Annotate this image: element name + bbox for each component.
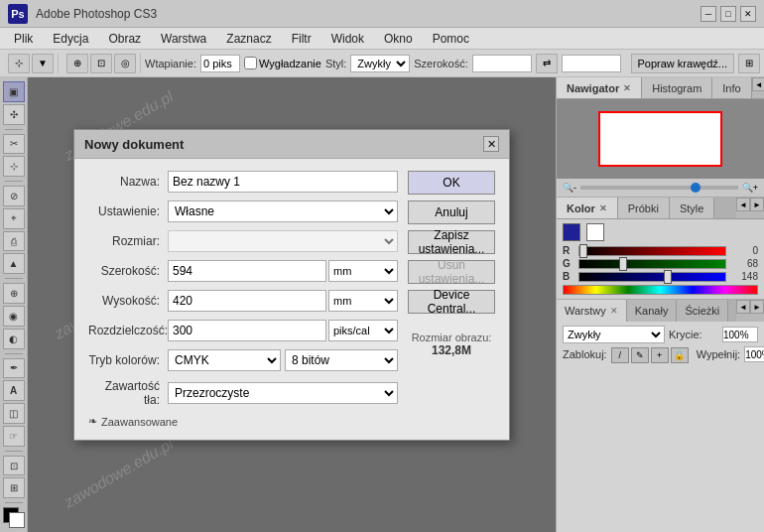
- nazwa-input[interactable]: [168, 171, 398, 193]
- toolbar-exchange-btn[interactable]: ⇄: [536, 54, 558, 73]
- toolbar-copy-btn[interactable]: ⊕: [66, 54, 88, 73]
- styl-select[interactable]: Zwykły: [350, 55, 410, 72]
- tryb-kolorow-select[interactable]: CMYK: [168, 349, 281, 371]
- rozdzielczosc-unit-select[interactable]: piks/cal: [328, 320, 398, 341]
- kolor-tab-close[interactable]: ✕: [599, 203, 607, 213]
- szerokosc-toolbar-input[interactable]: [472, 55, 532, 72]
- menu-zaznacz[interactable]: Zaznacz: [218, 30, 279, 48]
- tool-select[interactable]: ▣: [3, 81, 25, 102]
- channel-b-thumb[interactable]: [664, 270, 672, 284]
- minimize-button[interactable]: ─: [700, 6, 716, 22]
- toolbar-options-btn[interactable]: ▼: [32, 54, 54, 73]
- tool-eyedropper[interactable]: ⊡: [3, 456, 25, 476]
- zoom-in-icon[interactable]: 🔍+: [742, 183, 758, 193]
- menu-plik[interactable]: Plik: [6, 30, 41, 48]
- popraw-krawedzi-btn[interactable]: Popraw krawędź...: [631, 54, 734, 73]
- tab-info[interactable]: Info: [712, 77, 751, 98]
- zoom-out-icon[interactable]: 🔍-: [563, 183, 576, 193]
- menu-okno[interactable]: Okno: [376, 30, 421, 48]
- tool-crop[interactable]: ⊹: [3, 156, 25, 177]
- menu-obraz[interactable]: Obraz: [100, 30, 149, 48]
- tool-move[interactable]: ✣: [3, 104, 25, 125]
- zoom-slider[interactable]: [580, 186, 738, 190]
- close-button[interactable]: ✕: [740, 6, 756, 22]
- tool-stamp[interactable]: ⎙: [3, 231, 25, 252]
- tool-dodge[interactable]: ◐: [3, 329, 25, 349]
- zawartosc-tla-select[interactable]: Przezroczyste: [168, 382, 398, 404]
- wypelnij-input[interactable]: [744, 346, 764, 362]
- tab-nawigator[interactable]: Nawigator ✕: [557, 77, 642, 98]
- wysokosc-unit-select[interactable]: mm: [328, 290, 398, 312]
- channel-b-bar[interactable]: [578, 272, 726, 282]
- lock-all-btn[interactable]: 🔒: [671, 347, 689, 363]
- menu-pomoc[interactable]: Pomoc: [425, 30, 477, 48]
- layers-scroll-left[interactable]: ◄: [736, 300, 750, 314]
- tool-3d[interactable]: ⊞: [3, 477, 25, 498]
- tab-kolor[interactable]: Kolor ✕: [557, 198, 618, 218]
- dialog-close-button[interactable]: ✕: [483, 136, 499, 152]
- wygladznie-checkbox[interactable]: [244, 57, 257, 69]
- tab-warstwy[interactable]: Warstwy ✕: [557, 300, 627, 322]
- toolbar-paste-btn[interactable]: ⊡: [90, 54, 112, 73]
- channel-g-thumb[interactable]: [619, 257, 627, 271]
- tab-histogram[interactable]: Histogram: [642, 77, 712, 98]
- advanced-row[interactable]: ❧ Zaawansowane: [88, 415, 398, 428]
- layers-scroll-right[interactable]: ►: [750, 300, 764, 314]
- tool-eraser[interactable]: ⊕: [3, 283, 25, 304]
- ustawienie-select[interactable]: Własne: [168, 200, 398, 222]
- device-central-button[interactable]: Device Central...: [408, 290, 495, 314]
- zapisz-button[interactable]: Zapisz ustawienia...: [408, 230, 495, 254]
- tab-probki[interactable]: Próbki: [618, 198, 670, 218]
- szerokosc-input[interactable]: [168, 260, 326, 282]
- toolbar-mode-btn[interactable]: ⊹: [8, 54, 30, 73]
- background-swatch[interactable]: [586, 223, 604, 241]
- tool-history[interactable]: ▲: [3, 253, 25, 274]
- channel-g-bar[interactable]: [578, 259, 726, 269]
- ok-button[interactable]: OK: [408, 171, 495, 195]
- toolbar-extra2-btn[interactable]: ⊞: [738, 54, 760, 73]
- channel-r-thumb[interactable]: [579, 244, 587, 258]
- tool-pen[interactable]: ✒: [3, 358, 25, 379]
- tool-text[interactable]: A: [3, 380, 25, 401]
- channel-r-bar[interactable]: [578, 246, 726, 256]
- szerokosc-unit-select[interactable]: mm: [328, 260, 398, 282]
- krycie-input[interactable]: [722, 327, 758, 342]
- color-indicator[interactable]: [3, 507, 25, 528]
- tool-brush[interactable]: ⌖: [3, 208, 25, 229]
- maximize-button[interactable]: □: [720, 6, 736, 22]
- wysokosc-input[interactable]: [168, 290, 326, 312]
- panel-scroll-left[interactable]: ◄: [752, 77, 764, 91]
- rozmiar-select[interactable]: [168, 230, 398, 252]
- menu-warstwa[interactable]: Warstwa: [153, 30, 214, 48]
- nawigator-tab-close[interactable]: ✕: [623, 83, 631, 93]
- color-spectrum[interactable]: [563, 285, 758, 295]
- warstwy-tab-close[interactable]: ✕: [610, 306, 618, 316]
- foreground-swatch[interactable]: [563, 223, 580, 241]
- tab-kanaly[interactable]: Kanały: [627, 300, 678, 322]
- wysokosc-toolbar-input[interactable]: [562, 55, 621, 72]
- color-scroll-right[interactable]: ►: [750, 198, 764, 211]
- tool-heal[interactable]: ⊘: [3, 186, 25, 206]
- blend-mode-select[interactable]: Zwykły: [563, 326, 665, 343]
- usun-button[interactable]: Usuń ustawienia...: [408, 260, 495, 284]
- tab-sciezki[interactable]: Ścieżki: [677, 300, 728, 322]
- anuluj-button[interactable]: Anuluj: [408, 200, 495, 224]
- lock-transparency-btn[interactable]: /: [611, 347, 629, 363]
- rozdzielczosc-input[interactable]: [168, 320, 326, 341]
- lock-paint-btn[interactable]: ✎: [631, 347, 649, 363]
- tool-lasso[interactable]: ✂: [3, 134, 25, 155]
- tool-shape[interactable]: ◫: [3, 403, 25, 424]
- color-scroll-left[interactable]: ◄: [736, 198, 750, 211]
- tool-notes[interactable]: ☞: [3, 426, 25, 447]
- tryb-bity-select[interactable]: 8 bitów: [285, 349, 398, 371]
- tool-gradient[interactable]: ◉: [3, 306, 25, 327]
- toolbar-extra-btn[interactable]: ◎: [114, 54, 136, 73]
- menu-edycja[interactable]: Edycja: [45, 30, 96, 48]
- menu-widok[interactable]: Widok: [323, 30, 372, 48]
- background-color[interactable]: [9, 512, 25, 528]
- tab-style[interactable]: Style: [670, 198, 714, 218]
- lock-move-btn[interactable]: +: [651, 347, 669, 363]
- menu-filtr[interactable]: Filtr: [284, 30, 319, 48]
- title-bar: Ps Adobe Photoshop CS3 ─ □ ✕: [0, 0, 764, 28]
- wtapianie-input[interactable]: [200, 55, 240, 72]
